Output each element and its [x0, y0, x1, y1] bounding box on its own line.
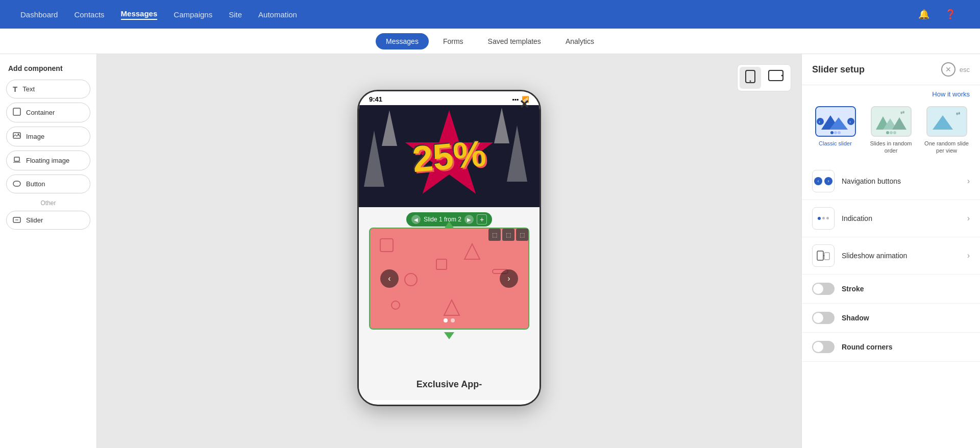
svg-point-39 [890, 131, 893, 134]
slide-add-button[interactable]: + [477, 214, 487, 225]
panel-title: Slider setup [812, 64, 865, 75]
align-right-button[interactable]: ⬚ [516, 229, 528, 241]
svg-point-28 [847, 118, 854, 125]
svg-text:⇄: ⇄ [900, 110, 904, 115]
left-nav-arrow: ‹ [814, 177, 822, 185]
promo-banner: 25% [359, 105, 540, 207]
left-sidebar: Add component T Text Container Image Flo… [0, 54, 97, 448]
subnav-analytics[interactable]: Analytics [555, 33, 604, 49]
nav-messages[interactable]: Messages [121, 9, 158, 20]
close-button[interactable]: ✕ [519, 97, 529, 112]
canvas-area: 9:41 ✕ ▪▪▪ 📶 [97, 54, 801, 448]
classic-slider-preview: ‹ › [815, 106, 856, 137]
sidebar-item-floating-label: Floating image [26, 157, 69, 164]
bell-icon[interactable]: 🔔 [915, 5, 933, 23]
ind-dot-1 [818, 217, 821, 220]
slider-type-one-random[interactable]: ⇄ One random slide per view [921, 106, 972, 155]
align-center-button[interactable]: ⬚ [502, 229, 514, 241]
slide-prev-button[interactable]: ◀ [411, 215, 421, 224]
round-corners-toggle[interactable] [812, 341, 835, 353]
subnav-forms[interactable]: Forms [433, 33, 474, 49]
svg-point-18 [405, 273, 417, 286]
stroke-label: Stroke [842, 285, 864, 293]
subnav-messages[interactable]: Messages [376, 33, 429, 49]
random-preview-svg: ⇄ [872, 107, 911, 136]
panel-header: Slider setup ✕ esc [802, 54, 980, 85]
indication-dots-visual [818, 217, 829, 220]
svg-rect-44 [817, 251, 823, 260]
svg-marker-13 [494, 108, 509, 143]
status-time: 9:41 [369, 95, 382, 103]
sidebar-item-image-label: Image [26, 133, 44, 140]
close-icon[interactable]: ✕ [941, 62, 955, 77]
how-it-works-link[interactable]: How it works [802, 85, 980, 101]
container-next-button[interactable]: › [500, 269, 518, 288]
text-icon: T [13, 85, 17, 93]
signal-icon: ▪▪▪ [512, 96, 519, 103]
svg-point-40 [893, 131, 896, 134]
svg-rect-16 [380, 239, 393, 252]
sidebar-item-image[interactable]: Image [6, 127, 90, 146]
svg-rect-17 [436, 259, 447, 269]
container-icon [13, 108, 21, 117]
sidebar-item-slider[interactable]: Slider [6, 211, 90, 230]
button-icon [13, 180, 21, 188]
sidebar-item-text[interactable]: T Text [6, 80, 90, 98]
svg-marker-19 [464, 244, 480, 259]
sidebar-title: Add component [6, 64, 90, 72]
nav-buttons-chevron: › [967, 177, 970, 186]
slideshow-animation-icon [812, 244, 835, 267]
stroke-toggle[interactable] [812, 283, 835, 295]
svg-rect-0 [13, 108, 20, 115]
panel-close[interactable]: ✕ esc [941, 62, 970, 77]
svg-text:‹: ‹ [819, 119, 820, 125]
shadow-toggle-row: Shadow [802, 304, 980, 333]
slide-next-button[interactable]: ▶ [464, 215, 474, 224]
dot-2[interactable] [451, 318, 455, 322]
slider-type-classic[interactable]: ‹ › Classic slider [810, 106, 861, 155]
align-left-button[interactable]: ⬚ [488, 229, 501, 241]
navigation-buttons-row[interactable]: ‹ › Navigation buttons › [802, 163, 980, 200]
svg-point-26 [817, 118, 824, 125]
slideshow-animation-row[interactable]: Slideshow animation › [802, 237, 980, 275]
nav-dashboard[interactable]: Dashboard [20, 10, 58, 19]
sidebar-item-container[interactable]: Container [6, 103, 90, 122]
indication-icon [812, 207, 835, 230]
container-inner: ‹ › [370, 229, 528, 329]
help-icon[interactable]: ❓ [941, 5, 960, 23]
classic-preview-svg: ‹ › [816, 107, 855, 136]
other-label: Other [6, 200, 90, 207]
slider-icon [13, 216, 21, 225]
tablet-view-button[interactable] [763, 67, 789, 89]
random-slider-preview: ⇄ [871, 106, 912, 137]
sidebar-item-floating-image[interactable]: Floating image [6, 151, 90, 170]
one-random-label: One random slide per view [921, 140, 972, 155]
indication-row[interactable]: Indication › [802, 200, 980, 237]
image-icon [13, 132, 21, 141]
round-corners-label: Round corners [842, 343, 893, 351]
nav-site[interactable]: Site [229, 10, 242, 19]
shadow-toggle[interactable] [812, 312, 835, 324]
shadow-label: Shadow [842, 314, 869, 322]
nav-automation[interactable]: Automation [258, 10, 297, 19]
top-navigation: Dashboard Contacts Messages Campaigns Si… [0, 0, 980, 29]
svg-marker-15 [507, 126, 527, 182]
svg-point-32 [838, 131, 841, 134]
esc-label: esc [960, 66, 970, 73]
svg-point-2 [18, 134, 19, 135]
nav-contacts[interactable]: Contacts [74, 10, 104, 19]
sidebar-item-button[interactable]: Button [6, 175, 90, 193]
subnav-saved-templates[interactable]: Saved templates [478, 33, 551, 49]
svg-rect-5 [13, 181, 20, 186]
nav-icons: 🔔 ❓ [915, 5, 960, 23]
dot-1[interactable] [444, 318, 448, 322]
svg-marker-22 [444, 300, 459, 315]
container-prev-button[interactable]: ‹ [380, 269, 399, 288]
sidebar-item-container-label: Container [26, 109, 55, 116]
nav-campaigns[interactable]: Campaigns [174, 10, 212, 19]
svg-marker-12 [382, 110, 397, 146]
mobile-view-button[interactable] [740, 67, 761, 89]
device-toggle [737, 64, 791, 91]
indication-chevron: › [967, 214, 970, 223]
slider-type-random[interactable]: ⇄ Slides in random order [866, 106, 916, 155]
